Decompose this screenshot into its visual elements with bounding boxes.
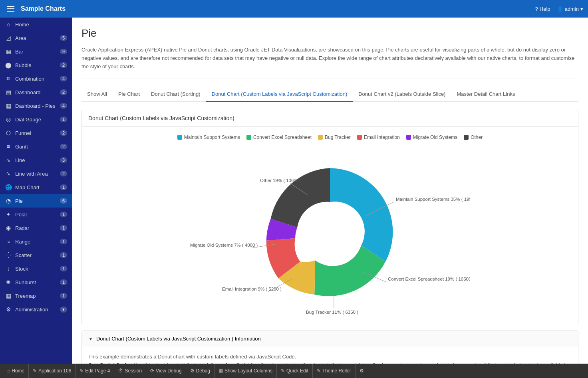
session-icon: ⏱ <box>118 368 123 374</box>
scatter-icon: ⁛ <box>5 252 12 258</box>
funnel-icon: ⬡ <box>5 130 12 136</box>
bottom-show-layout[interactable]: ▦ Show Layout Columns <box>215 364 277 378</box>
bottom-quick-edit[interactable]: ✎ Quick Edit <box>277 364 313 378</box>
sidebar-item-label: Bubble <box>15 62 31 68</box>
info-header[interactable]: ▼ Donut Chart (Custom Labels via JavaScr… <box>82 331 578 346</box>
settings-icon: ⚙ <box>360 368 364 374</box>
sidebar-item-funnel[interactable]: ⬡ Funnel 2 <box>0 126 72 140</box>
sidebar-item-scatter[interactable]: ⁛ Scatter 1 <box>0 248 72 262</box>
sidebar-item-gantt[interactable]: ≡ Gantt 2 <box>0 140 72 153</box>
sidebar-item-dial-gauge[interactable]: ◎ Dial Gauge 1 <box>0 113 72 126</box>
bottom-application-label: Application 106 <box>38 368 71 374</box>
svg-rect-1 <box>7 8 14 9</box>
dashboard-icon: ▤ <box>5 89 12 95</box>
label-migrate: Migrate Old Systems 7% ( 4000 ) <box>190 243 258 247</box>
bottom-debug[interactable]: ⚙ Debug <box>186 364 215 378</box>
home-icon: ⌂ <box>5 21 12 28</box>
badge: 1 <box>60 252 67 258</box>
sidebar-item-home[interactable]: ⌂ Home <box>0 18 72 31</box>
dashboard-pies-icon: ▦ <box>5 103 12 109</box>
info-line1: This example demonstrates a Donut chart … <box>88 353 572 361</box>
tab-show-all[interactable]: Show All <box>81 87 113 102</box>
sidebar-item-radar[interactable]: ◉ Radar 1 <box>0 221 72 235</box>
gantt-icon: ≡ <box>5 143 12 150</box>
badge: 5 <box>60 35 67 41</box>
chevron-down-icon: ▾ <box>580 6 583 12</box>
theme-roller-icon: ✎ <box>317 368 321 374</box>
bottom-settings[interactable]: ⚙ <box>356 364 368 378</box>
map-chart-icon: 🌐 <box>5 184 12 190</box>
tab-bar: Show All Pie Chart Donut Chart (Sorting)… <box>81 87 578 102</box>
bottom-edit-page[interactable]: ✎ Edit Page 4 <box>75 364 114 378</box>
sidebar-item-range[interactable]: ≈ Range 1 <box>0 235 72 248</box>
badge: 9 <box>60 49 67 54</box>
bottom-home[interactable]: ⌂ Home <box>3 364 29 378</box>
view-debug-icon: ⟳ <box>150 368 154 374</box>
bottom-view-debug[interactable]: ⟳ View Debug <box>146 364 186 378</box>
badge: 1 <box>60 266 67 271</box>
badge: 1 <box>60 225 67 231</box>
chart-header: Donut Chart (Custom Labels via JavaScrip… <box>82 110 578 127</box>
bottom-debug-label: Debug <box>196 368 210 374</box>
tab-master-detail[interactable]: Master Detail Chart Links <box>451 87 520 102</box>
tab-donut-v2[interactable]: Donut Chart v2 (Labels Outside Slice) <box>353 87 451 102</box>
pie-icon: ◔ <box>5 198 12 204</box>
sidebar-item-map-chart[interactable]: 🌐 Map Chart 1 <box>0 180 72 194</box>
page-title: Pie <box>81 27 578 40</box>
sidebar-item-line-area[interactable]: ∿ Line with Area 2 <box>0 167 72 180</box>
legend-color <box>177 135 182 140</box>
bottom-application[interactable]: ✎ Application 106 <box>29 364 75 378</box>
combination-icon: ≋ <box>5 75 12 82</box>
tab-donut-custom[interactable]: Donut Chart (Custom Labels via JavaScrip… <box>206 87 353 102</box>
tab-donut-sorting[interactable]: Donut Chart (Sorting) <box>145 87 206 102</box>
user-icon: 👤 <box>557 6 563 12</box>
sidebar-item-label: Administration <box>15 307 48 313</box>
help-icon: ? <box>535 6 538 12</box>
sidebar-item-label: Gantt <box>15 144 28 150</box>
badge: 1 <box>60 184 67 190</box>
sidebar-item-bubble[interactable]: ⬤ Bubble 2 <box>0 58 72 72</box>
sidebar-item-pie[interactable]: ◔ Pie 6 <box>0 194 72 208</box>
sidebar-item-area[interactable]: ◿ Area 5 <box>0 31 72 45</box>
sidebar-item-label: Scatter <box>15 252 32 258</box>
bottom-bar: ⌂ Home ✎ Application 106 ✎ Edit Page 4 ⏱… <box>0 364 588 378</box>
sidebar-item-line[interactable]: ∿ Line 3 <box>0 153 72 167</box>
sidebar-item-sunburst[interactable]: ✺ Sunburst 1 <box>0 275 72 289</box>
sidebar-item-dashboard[interactable]: ▤ Dashboard 2 <box>0 85 72 99</box>
header-right: ? Help 👤 admin ▾ <box>535 6 583 12</box>
sidebar-item-label: Sunburst <box>15 279 36 285</box>
area-icon: ◿ <box>5 35 12 41</box>
sidebar-item-stock[interactable]: ↕ Stock 1 <box>0 262 72 275</box>
badge: 1 <box>60 239 67 244</box>
svg-rect-0 <box>7 6 14 7</box>
donut-chart-container: Other 19% ( 10600 ) Maintain Support Sys… <box>90 148 570 316</box>
badge: 4 <box>60 76 67 81</box>
sidebar-item-administration[interactable]: ⚙ Administration ▾ <box>0 303 72 316</box>
menu-icon[interactable] <box>5 3 17 15</box>
bottom-theme-roller[interactable]: ✎ Theme Roller <box>313 364 356 378</box>
sidebar-item-label: Stock <box>15 266 28 272</box>
application-icon: ✎ <box>33 368 37 374</box>
label-convert: Convert Excel Spreadsheet 19% ( 10500 ) <box>388 277 470 281</box>
tab-pie-chart[interactable]: Pie Chart <box>113 87 145 102</box>
sidebar-item-combination[interactable]: ≋ Combination 4 <box>0 72 72 85</box>
sunburst-icon: ✺ <box>5 279 12 285</box>
sidebar-item-polar[interactable]: ✦ Polar 1 <box>0 208 72 221</box>
content-area: Pie Oracle Application Express (APEX) na… <box>72 18 588 378</box>
bottom-session[interactable]: ⏱ Session <box>114 364 146 378</box>
radar-icon: ◉ <box>5 225 12 231</box>
label-email: Email Integration 9% ( 5200 ) <box>222 287 282 291</box>
sidebar-item-treemap[interactable]: ▦ Treemap 1 <box>0 289 72 303</box>
badge: 3 <box>60 157 67 163</box>
badge: 4 <box>60 103 67 109</box>
sidebar-item-dashboard-pies[interactable]: ▦ Dashboard - Pies 4 <box>0 99 72 113</box>
stock-icon: ↕ <box>5 265 12 272</box>
label-maintain: Maintain Support Systems 35% ( 19500 ) <box>396 197 470 202</box>
app-title: Sample Charts <box>21 5 535 12</box>
bottom-edit-page-label: Edit Page 4 <box>85 368 110 374</box>
help-link[interactable]: ? Help <box>535 6 550 12</box>
sidebar-item-label: Dashboard <box>15 89 41 95</box>
sidebar-item-bar[interactable]: ▦ Bar 9 <box>0 45 72 58</box>
dial-gauge-icon: ◎ <box>5 116 12 123</box>
admin-link[interactable]: 👤 admin ▾ <box>557 6 583 12</box>
